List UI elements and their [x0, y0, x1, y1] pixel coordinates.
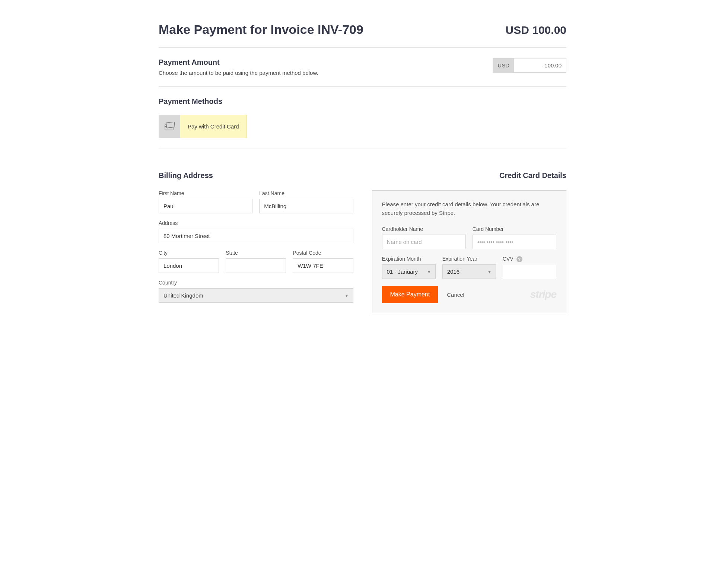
exp-month-label: Expiration Month: [382, 256, 436, 262]
billing-address-title: Billing Address: [159, 171, 353, 180]
header: Make Payment for Invoice INV-709 USD 100…: [159, 22, 566, 48]
credit-card-icon: [159, 115, 180, 138]
exp-month-select[interactable]: 01 - January: [382, 264, 436, 279]
svg-rect-2: [166, 122, 175, 128]
payment-method-credit-card[interactable]: Pay with Credit Card: [159, 115, 247, 138]
country-label: Country: [159, 280, 353, 286]
stripe-logo: stripe: [530, 289, 556, 301]
make-payment-button[interactable]: Make Payment: [382, 286, 438, 303]
cvv-input[interactable]: [503, 265, 556, 279]
state-label: State: [226, 250, 286, 256]
country-select[interactable]: United Kingdom: [159, 288, 353, 303]
first-name-input[interactable]: [159, 199, 252, 213]
page-title: Make Payment for Invoice INV-709: [159, 22, 363, 37]
postal-code-label: Postal Code: [293, 250, 353, 256]
currency-badge: USD: [493, 58, 514, 72]
address-label: Address: [159, 220, 353, 226]
cardholder-name-label: Cardholder Name: [382, 226, 466, 232]
last-name-input[interactable]: [259, 199, 353, 213]
card-number-label: Card Number: [473, 226, 556, 232]
credit-card-panel: Please enter your credit card details be…: [372, 190, 567, 313]
city-label: City: [159, 250, 219, 256]
postal-code-input[interactable]: [293, 258, 353, 273]
card-number-input[interactable]: [473, 235, 556, 249]
exp-year-select[interactable]: 2016: [442, 264, 496, 279]
cvv-label: CVV ?: [503, 256, 556, 262]
credit-card-intro: Please enter your credit card details be…: [382, 200, 557, 217]
last-name-label: Last Name: [259, 190, 353, 196]
first-name-label: First Name: [159, 190, 252, 196]
address-input[interactable]: [159, 229, 353, 243]
payment-methods-title: Payment Methods: [159, 97, 566, 106]
payment-amount-title: Payment Amount: [159, 58, 318, 67]
city-input[interactable]: [159, 258, 219, 273]
payment-amount-field: USD: [493, 58, 566, 73]
payment-amount-input[interactable]: [514, 58, 566, 72]
exp-year-label: Expiration Year: [442, 256, 496, 262]
payment-amount-desc: Choose the amount to be paid using the p…: [159, 70, 318, 76]
state-input[interactable]: [226, 258, 286, 273]
cardholder-name-input[interactable]: [382, 235, 466, 249]
credit-card-details-title: Credit Card Details: [372, 171, 567, 180]
help-icon[interactable]: ?: [516, 256, 522, 262]
payment-method-label: Pay with Credit Card: [180, 115, 247, 138]
invoice-amount: USD 100.00: [506, 24, 566, 36]
cancel-button[interactable]: Cancel: [447, 292, 464, 298]
